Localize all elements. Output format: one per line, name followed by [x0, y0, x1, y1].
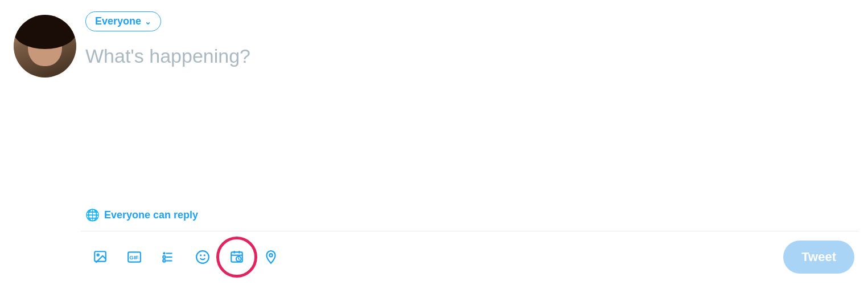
svg-point-5: [163, 252, 165, 254]
location-icon: [264, 250, 278, 264]
gif-icon-btn[interactable]: GIF: [120, 242, 149, 272]
svg-point-7: [163, 256, 165, 258]
globe-icon: 🌐: [85, 208, 100, 222]
emoji-icon-btn[interactable]: [188, 242, 217, 272]
svg-point-18: [269, 254, 272, 256]
audience-label: Everyone: [95, 15, 141, 27]
poll-icon-btn[interactable]: [154, 242, 183, 272]
schedule-btn-wrapper: [222, 242, 252, 272]
svg-point-1: [97, 254, 99, 256]
chevron-down-icon: ⌄: [145, 17, 151, 26]
toolbar: GIF: [85, 231, 854, 274]
tweet-input[interactable]: [85, 40, 854, 203]
avatar-image: [14, 15, 76, 78]
schedule-icon: [229, 250, 244, 264]
location-icon-btn[interactable]: [256, 242, 286, 272]
schedule-icon-btn[interactable]: [222, 242, 252, 272]
avatar-col: [14, 11, 76, 274]
media-icon: [93, 250, 108, 264]
compose-col: Everyone ⌄ 🌐 Everyone can reply: [85, 11, 854, 274]
media-icon-btn[interactable]: [85, 242, 115, 272]
user-avatar: [14, 15, 76, 78]
gif-icon: GIF: [127, 250, 142, 264]
poll-icon: [161, 250, 176, 264]
svg-point-10: [196, 251, 209, 263]
toolbar-icons: GIF: [85, 242, 783, 272]
compose-area: Everyone ⌄ 🌐 Everyone can reply: [0, 0, 868, 285]
audience-selector[interactable]: Everyone ⌄: [85, 11, 161, 31]
svg-point-9: [163, 259, 165, 262]
reply-permission-btn[interactable]: 🌐 Everyone can reply: [85, 208, 854, 222]
reply-permission-label: Everyone can reply: [104, 209, 198, 221]
emoji-icon: [195, 250, 210, 264]
tweet-button[interactable]: Tweet: [783, 241, 854, 274]
svg-text:GIF: GIF: [129, 254, 138, 260]
